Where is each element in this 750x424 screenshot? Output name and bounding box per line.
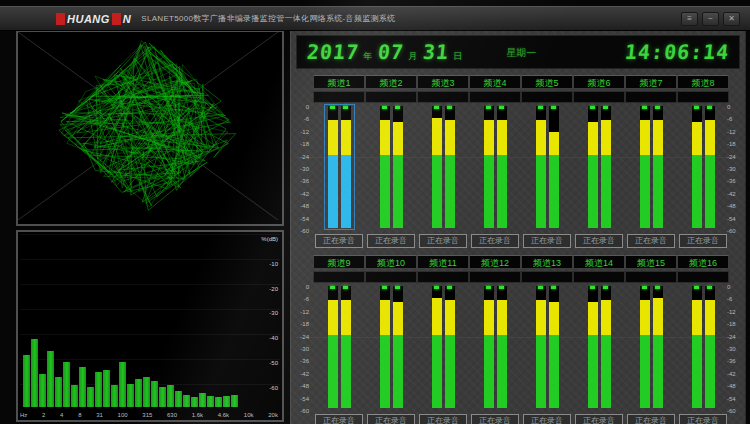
- channel-info-display: [521, 271, 573, 283]
- vu-meter[interactable]: [533, 105, 562, 229]
- level-segment-high: [393, 302, 403, 335]
- vu-meter[interactable]: [637, 285, 666, 409]
- level-segment-low: [380, 335, 390, 408]
- recording-status-badge: 正在录音: [575, 234, 623, 248]
- window-title: SLANET5000数字广播非编录播监控管一体化网络系统-音频监测系统: [141, 13, 395, 24]
- db-tick: -42: [300, 371, 309, 377]
- peak-indicator: [642, 106, 647, 109]
- vu-meter[interactable]: [377, 285, 406, 409]
- channel-button[interactable]: 频道4: [469, 75, 521, 89]
- minimize-icon[interactable]: −: [702, 12, 719, 26]
- channel-button[interactable]: 频道15: [625, 255, 677, 269]
- db-tick: -60: [300, 228, 309, 234]
- db-tick: -18: [300, 141, 309, 147]
- spectrum-freq-tick: 31: [96, 412, 103, 418]
- level-segment-high: [601, 120, 611, 155]
- level-bar: [653, 106, 663, 228]
- level-bar: [588, 106, 598, 228]
- peak-indicator: [343, 286, 348, 289]
- level-segment-high: [640, 120, 650, 155]
- spectrum-bar: [191, 397, 198, 407]
- spectrum-bar: [103, 370, 110, 407]
- level-bar: [601, 106, 611, 228]
- peak-indicator: [694, 106, 699, 109]
- vu-meter[interactable]: [377, 105, 406, 229]
- vu-meter-selected[interactable]: [325, 105, 354, 229]
- level-segment-high: [640, 300, 650, 335]
- db-tick: -48: [300, 383, 309, 389]
- channel-button[interactable]: 频道13: [521, 255, 573, 269]
- recording-status-badge: 正在录音: [627, 414, 675, 424]
- spectrum-bar: [127, 384, 134, 407]
- channel-column: 频道9正在录音: [313, 255, 365, 424]
- vu-meter[interactable]: [689, 105, 718, 229]
- spectrum-bar: [167, 385, 174, 407]
- db-tick: -54: [300, 396, 309, 402]
- recording-status-badge: 正在录音: [523, 414, 571, 424]
- meter-row-2: 0-6-12-18-24-30-36-42-48-54-600-6-12-18-…: [293, 255, 743, 424]
- datetime-display: 2017 年 07 月 31 日 星期一 14:06:14: [296, 35, 740, 69]
- spectrum-bar: [55, 377, 62, 407]
- channel-column: 频道6正在录音: [573, 75, 625, 275]
- level-segment-low: [484, 155, 494, 228]
- channel-button[interactable]: 频道9: [313, 255, 365, 269]
- spectrum-bar: [119, 362, 126, 407]
- level-bar: [445, 286, 455, 408]
- vu-meter[interactable]: [325, 285, 354, 409]
- spectrum-freq-tick: Hz: [20, 412, 27, 418]
- spectrum-bar: [135, 379, 142, 407]
- recording-status-badge: 正在录音: [419, 234, 467, 248]
- level-segment-low: [692, 155, 702, 228]
- vu-meter[interactable]: [585, 285, 614, 409]
- channel-button[interactable]: 频道7: [625, 75, 677, 89]
- vu-meter[interactable]: [533, 285, 562, 409]
- level-bar: [328, 106, 338, 228]
- channel-button[interactable]: 频道12: [469, 255, 521, 269]
- channel-button[interactable]: 频道14: [573, 255, 625, 269]
- channel-button[interactable]: 频道2: [365, 75, 417, 89]
- menu-icon[interactable]: ≡: [681, 12, 698, 26]
- spectrum-bar: [79, 367, 86, 407]
- channel-button[interactable]: 频道10: [365, 255, 417, 269]
- level-segment-low: [588, 335, 598, 408]
- channel-button[interactable]: 频道5: [521, 75, 573, 89]
- peak-indicator: [655, 106, 660, 109]
- level-segment-high: [432, 118, 442, 155]
- vu-meter[interactable]: [481, 105, 510, 229]
- channel-button[interactable]: 频道8: [677, 75, 729, 89]
- channel-button[interactable]: 频道3: [417, 75, 469, 89]
- vu-meter[interactable]: [429, 105, 458, 229]
- peak-indicator: [642, 286, 647, 289]
- spectrum-bar: [39, 374, 46, 407]
- vu-meter[interactable]: [429, 285, 458, 409]
- logo-red-block: [56, 13, 65, 25]
- level-segment-low: [549, 155, 559, 228]
- channel-button[interactable]: 频道11: [417, 255, 469, 269]
- peak-indicator: [590, 106, 595, 109]
- meter-db-scale-left: 0-6-12-18-24-30-36-42-48-54-60: [293, 107, 312, 231]
- channel-info-display: [417, 91, 469, 103]
- channel-button[interactable]: 频道6: [573, 75, 625, 89]
- level-segment-low: [380, 155, 390, 228]
- level-segment-high: [380, 300, 390, 335]
- channel-info-display: [469, 91, 521, 103]
- vu-meter[interactable]: [689, 285, 718, 409]
- channel-column: 频道1正在录音: [313, 75, 365, 275]
- channel-button[interactable]: 频道16: [677, 255, 729, 269]
- level-bar: [705, 286, 715, 408]
- level-bar: [393, 286, 403, 408]
- audio-meters-panel: 2017 年 07 月 31 日 星期一 14:06:14 0-6-12-18-…: [290, 30, 746, 424]
- close-icon[interactable]: ✕: [723, 12, 740, 26]
- level-segment-high: [445, 120, 455, 155]
- spectrum-db-tick: -30: [269, 310, 278, 316]
- channel-button[interactable]: 频道1: [313, 75, 365, 89]
- channel-column: 频道2正在录音: [365, 75, 417, 275]
- recording-status-badge: 正在录音: [471, 234, 519, 248]
- peak-indicator: [551, 286, 556, 289]
- spectrum-bar: [47, 351, 54, 407]
- spectrum-bar: [71, 385, 78, 407]
- vu-meter[interactable]: [585, 105, 614, 229]
- vu-meter[interactable]: [637, 105, 666, 229]
- vu-meter[interactable]: [481, 285, 510, 409]
- spectrum-freq-tick: 1.6k: [192, 412, 203, 418]
